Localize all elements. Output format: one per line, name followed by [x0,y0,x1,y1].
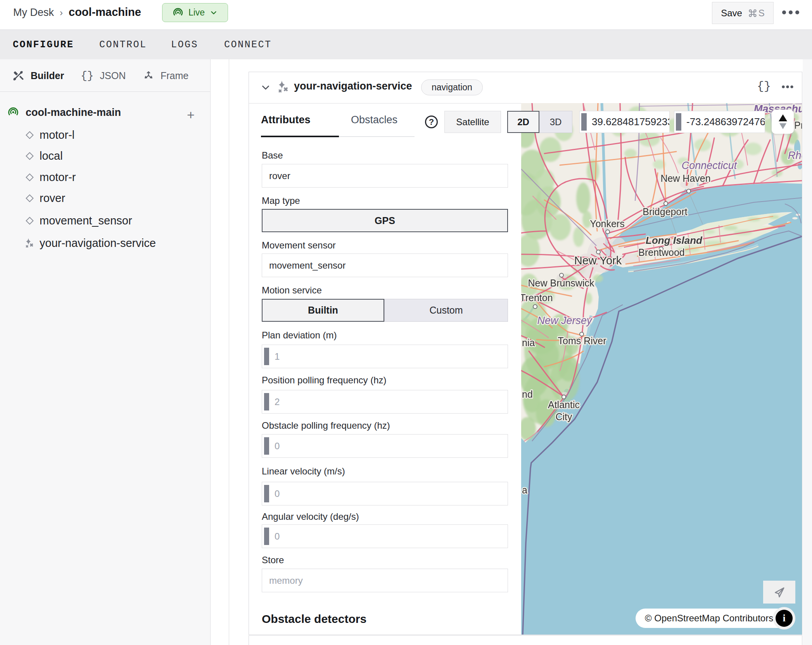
svg-text:New Jersey: New Jersey [537,315,593,326]
svg-text:New Haven: New Haven [660,173,710,184]
svg-text:New York: New York [574,254,622,267]
svg-text:a: a [522,485,527,495]
svg-text:Toms River: Toms River [558,335,606,346]
svg-text:Prov: Prov [794,120,802,131]
svg-text:nd: nd [522,389,533,400]
svg-text:Bridgeport: Bridgeport [643,206,687,217]
svg-text:Brentwood: Brentwood [638,247,685,258]
svg-text:City: City [555,411,572,422]
svg-text:Long Island: Long Island [646,235,703,246]
svg-text:Atlantic: Atlantic [548,399,580,410]
svg-text:Rhod: Rhod [788,150,802,161]
svg-text:nia: nia [522,337,535,348]
svg-text:New Brunswick: New Brunswick [528,278,594,288]
svg-text:Connecticut: Connecticut [682,160,738,171]
svg-text:Trenton: Trenton [521,292,553,303]
svg-text:Yonkers: Yonkers [590,218,624,229]
